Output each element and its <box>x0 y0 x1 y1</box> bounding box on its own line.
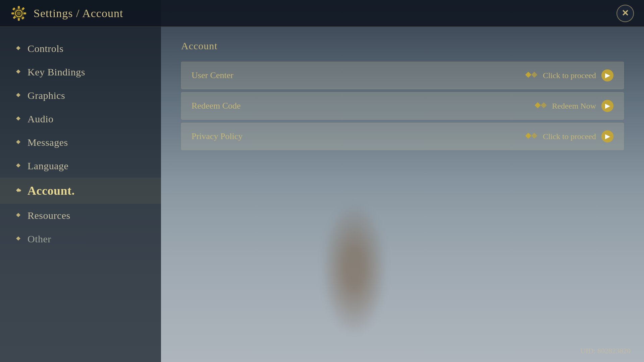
svg-marker-16 <box>531 133 537 139</box>
svg-marker-12 <box>531 72 537 78</box>
arrow-button-user-center[interactable]: ▶ <box>601 69 613 81</box>
nav-bullet-audio <box>17 117 21 121</box>
gold-decoration-user-center <box>525 72 537 79</box>
action-label-redeem-code: Redeem Code <box>192 101 241 111</box>
svg-rect-1 <box>18 6 20 9</box>
action-label-privacy-policy: Privacy Policy <box>192 131 243 141</box>
action-text-redeem-code: Redeem Now <box>552 102 596 111</box>
header-title: Settings / Account <box>34 7 123 20</box>
nav-label-account: Account. <box>28 184 75 198</box>
nav-label-controls: Controls <box>28 43 63 54</box>
action-right-redeem-code: Redeem Now▶ <box>535 100 613 112</box>
sidebar-item-language[interactable]: Language <box>0 154 161 178</box>
svg-marker-15 <box>525 133 531 139</box>
sidebar-item-messages[interactable]: Messages <box>0 131 161 154</box>
action-row-privacy-policy[interactable]: Privacy Policy Click to proceed▶ <box>181 123 624 150</box>
svg-rect-7 <box>13 16 16 19</box>
action-right-user-center: Click to proceed▶ <box>525 69 613 81</box>
header-bar: Settings / Account ✕ <box>0 0 644 27</box>
sidebar-item-other[interactable]: Other <box>0 227 161 251</box>
sidebar-item-key-bindings[interactable]: Key Bindings <box>0 60 161 84</box>
svg-marker-14 <box>541 102 547 108</box>
nav-bullet-language <box>17 164 21 168</box>
nav-label-other: Other <box>28 233 51 245</box>
svg-rect-5 <box>12 7 15 10</box>
sidebar-item-audio[interactable]: Audio <box>0 107 161 131</box>
svg-marker-11 <box>525 72 531 78</box>
action-label-user-center: User Center <box>192 70 233 80</box>
nav-label-resources: Resources <box>28 210 70 221</box>
nav-bullet-controls <box>17 47 21 51</box>
gold-decoration-privacy-policy <box>525 133 537 140</box>
svg-rect-3 <box>11 12 14 14</box>
action-text-user-center: Click to proceed <box>543 71 596 80</box>
nav-bullet-account <box>17 189 21 193</box>
nav-label-graphics: Graphics <box>28 90 65 101</box>
uid-display: UID: 802823820 <box>580 347 631 355</box>
svg-rect-2 <box>18 18 20 21</box>
nav-label-audio: Audio <box>28 113 54 125</box>
action-row-user-center[interactable]: User Center Click to proceed▶ <box>181 62 624 89</box>
section-title: Account <box>181 40 624 52</box>
sidebar-item-controls[interactable]: Controls <box>0 37 161 60</box>
nav-label-messages: Messages <box>28 137 68 148</box>
sidebar-nav: ControlsKey BindingsGraphicsAudioMessage… <box>0 27 161 362</box>
action-row-redeem-code[interactable]: Redeem Code Redeem Now▶ <box>181 92 624 120</box>
main-content: Account User Center Click to proceed▶Red… <box>161 27 644 362</box>
nav-bullet-other <box>17 237 21 241</box>
svg-marker-13 <box>535 102 541 108</box>
svg-rect-4 <box>23 12 26 14</box>
nav-label-key-bindings: Key Bindings <box>28 66 85 78</box>
action-text-privacy-policy: Click to proceed <box>543 132 596 141</box>
arrow-button-redeem-code[interactable]: ▶ <box>601 100 613 112</box>
nav-bullet-graphics <box>17 94 21 98</box>
sidebar-item-resources[interactable]: Resources <box>0 204 161 227</box>
action-right-privacy-policy: Click to proceed▶ <box>525 130 613 142</box>
nav-bullet-key-bindings <box>17 70 21 74</box>
arrow-button-privacy-policy[interactable]: ▶ <box>601 130 613 142</box>
close-button[interactable]: ✕ <box>616 5 634 22</box>
nav-bullet-resources <box>17 214 21 218</box>
sidebar-item-graphics[interactable]: Graphics <box>0 84 161 107</box>
gold-decoration-redeem-code <box>535 102 547 110</box>
svg-point-9 <box>17 11 21 15</box>
sidebar-item-account[interactable]: Account. <box>0 178 161 204</box>
nav-bullet-messages <box>17 140 21 144</box>
nav-label-language: Language <box>28 160 68 172</box>
settings-icon <box>10 5 28 22</box>
